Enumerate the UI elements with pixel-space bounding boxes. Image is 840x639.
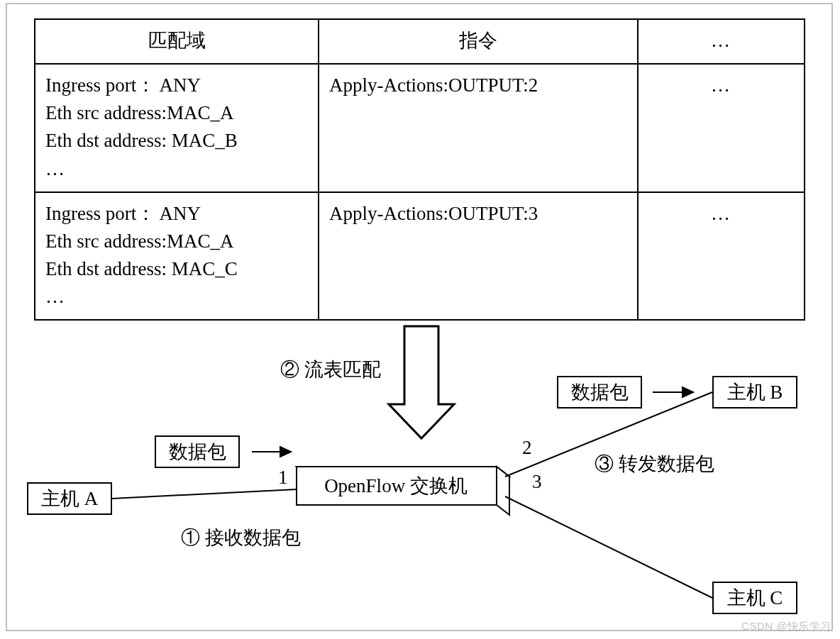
- watermark: CSDN @快乐学习: [741, 620, 831, 633]
- diagram-svg-layer: OpenFlow 交换机: [0, 0, 840, 639]
- big-down-arrow: [389, 326, 454, 438]
- openflow-switch-text: OpenFlow 交换机: [324, 475, 468, 496]
- svg-marker-6: [682, 387, 693, 397]
- link-switch-c: [505, 496, 712, 598]
- packet2-arrow-icon: [653, 387, 693, 397]
- link-a-switch: [112, 489, 297, 499]
- svg-marker-2: [497, 467, 509, 515]
- link-switch-b: [505, 392, 712, 477]
- packet1-arrow-icon: [252, 447, 291, 457]
- svg-marker-4: [280, 447, 291, 457]
